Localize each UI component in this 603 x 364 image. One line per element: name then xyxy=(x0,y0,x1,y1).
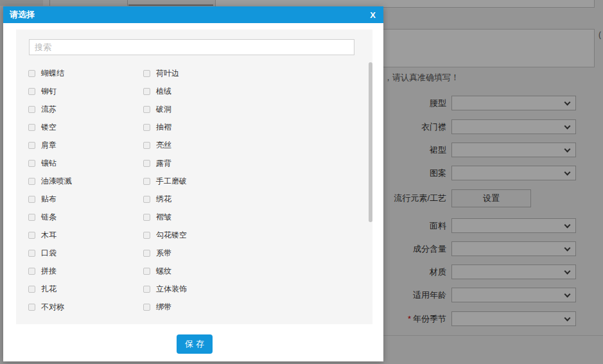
option-label: 镂空 xyxy=(41,122,57,133)
checkbox[interactable] xyxy=(28,142,35,149)
option-label: 露背 xyxy=(156,158,171,169)
option-label: 破洞 xyxy=(156,104,171,115)
checkbox[interactable] xyxy=(28,88,35,95)
option-item: 油漆喷溅 xyxy=(28,172,143,190)
option-item: 褶皱 xyxy=(143,208,356,226)
checkbox[interactable] xyxy=(143,304,150,311)
option-item: 抽褶 xyxy=(143,118,356,136)
checkbox[interactable] xyxy=(28,214,35,221)
option-label: 蝴蝶结 xyxy=(41,68,64,79)
checkbox[interactable] xyxy=(143,232,150,239)
option-label: 不对称 xyxy=(41,302,64,313)
checkbox[interactable] xyxy=(28,178,35,185)
option-item: 镂空 xyxy=(28,118,143,136)
option-label: 木耳 xyxy=(41,230,57,241)
option-item: 露背 xyxy=(143,154,356,172)
option-label: 贴布 xyxy=(41,194,57,205)
option-item: 贴布 xyxy=(28,190,143,208)
options-grid: 蝴蝶结荷叶边铆钉植绒流苏破洞镂空抽褶肩章亮丝镶钻露背油漆喷溅手工磨破贴布绣花链条… xyxy=(28,64,356,316)
option-item: 流苏 xyxy=(28,100,143,118)
checkbox[interactable] xyxy=(143,160,150,167)
option-label: 抽褶 xyxy=(156,122,171,133)
option-label: 口袋 xyxy=(41,248,57,259)
select-dialog: 请选择 X 蝴蝶结荷叶边铆钉植绒流苏破洞镂空抽褶肩章亮丝镶钻露背油漆喷溅手工磨破… xyxy=(3,6,383,361)
options-panel: 蝴蝶结荷叶边铆钉植绒流苏破洞镂空抽褶肩章亮丝镶钻露背油漆喷溅手工磨破贴布绣花链条… xyxy=(16,30,372,324)
search-input[interactable] xyxy=(29,39,354,55)
option-label: 铆钉 xyxy=(41,86,57,97)
option-label: 链条 xyxy=(41,212,57,223)
option-item: 绣花 xyxy=(143,190,356,208)
option-item: 口袋 xyxy=(28,244,143,262)
option-label: 勾花镂空 xyxy=(156,230,187,241)
option-item: 蝴蝶结 xyxy=(28,64,143,82)
option-label: 荷叶边 xyxy=(156,68,179,79)
option-item: 螺纹 xyxy=(143,262,356,280)
checkbox[interactable] xyxy=(143,124,150,131)
option-label: 螺纹 xyxy=(156,266,171,277)
option-label: 油漆喷溅 xyxy=(41,176,72,187)
checkbox[interactable] xyxy=(143,268,150,275)
option-label: 系带 xyxy=(156,248,171,259)
option-item: 手工磨破 xyxy=(143,172,356,190)
option-label: 肩章 xyxy=(41,140,57,151)
option-item: 扎花 xyxy=(28,280,143,298)
option-label: 绣花 xyxy=(156,194,171,205)
checkbox[interactable] xyxy=(143,142,150,149)
scrollbar-thumb[interactable] xyxy=(369,62,372,222)
option-label: 植绒 xyxy=(156,86,171,97)
checkbox[interactable] xyxy=(143,178,150,185)
checkbox[interactable] xyxy=(143,286,150,293)
checkbox[interactable] xyxy=(28,70,35,77)
dialog-header: 请选择 X xyxy=(3,6,383,23)
checkbox[interactable] xyxy=(143,70,150,77)
option-label: 扎花 xyxy=(41,284,57,295)
checkbox[interactable] xyxy=(143,106,150,113)
checkbox[interactable] xyxy=(28,304,35,311)
checkbox[interactable] xyxy=(28,268,35,275)
checkbox[interactable] xyxy=(143,88,150,95)
option-item: 铆钉 xyxy=(28,82,143,100)
checkbox[interactable] xyxy=(28,106,35,113)
option-item: 链条 xyxy=(28,208,143,226)
option-label: 褶皱 xyxy=(156,212,171,223)
checkbox[interactable] xyxy=(28,196,35,203)
option-item: 勾花镂空 xyxy=(143,226,356,244)
option-item: 不对称 xyxy=(28,298,143,316)
save-button[interactable]: 保存 xyxy=(177,334,213,354)
checkbox[interactable] xyxy=(143,196,150,203)
checkbox[interactable] xyxy=(28,250,35,257)
checkbox[interactable] xyxy=(28,232,35,239)
option-item: 系带 xyxy=(143,244,356,262)
checkbox[interactable] xyxy=(28,286,35,293)
option-label: 亮丝 xyxy=(156,140,171,151)
option-item: 拼接 xyxy=(28,262,143,280)
option-item: 镶钻 xyxy=(28,154,143,172)
option-label: 镶钻 xyxy=(41,158,57,169)
checkbox[interactable] xyxy=(28,124,35,131)
option-item: 荷叶边 xyxy=(143,64,356,82)
option-label: 绑带 xyxy=(156,302,171,313)
dialog-title: 请选择 xyxy=(10,9,369,21)
checkbox[interactable] xyxy=(143,214,150,221)
option-item: 亮丝 xyxy=(143,136,356,154)
option-label: 立体装饰 xyxy=(156,284,187,295)
option-item: 破洞 xyxy=(143,100,356,118)
checkbox[interactable] xyxy=(28,160,35,167)
close-icon[interactable]: X xyxy=(369,10,377,20)
option-item: 绑带 xyxy=(143,298,356,316)
option-label: 拼接 xyxy=(41,266,57,277)
option-label: 手工磨破 xyxy=(156,176,187,187)
option-item: 立体装饰 xyxy=(143,280,356,298)
option-item: 植绒 xyxy=(143,82,356,100)
option-item: 木耳 xyxy=(28,226,143,244)
checkbox[interactable] xyxy=(143,250,150,257)
option-label: 流苏 xyxy=(41,104,57,115)
option-item: 肩章 xyxy=(28,136,143,154)
